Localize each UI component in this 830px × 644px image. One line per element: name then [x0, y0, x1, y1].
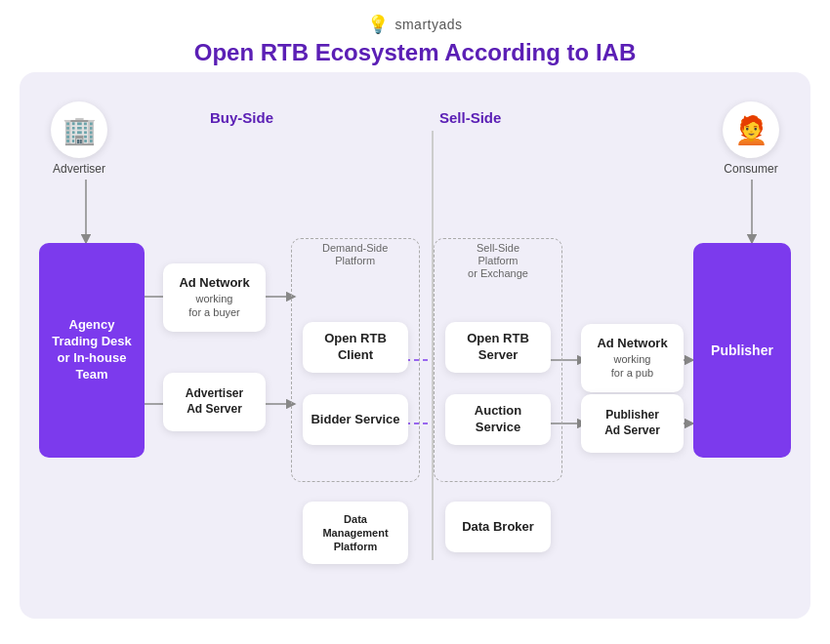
- ssp-inner-label: Sell-SidePlatformor Exchange: [439, 242, 557, 281]
- open-rtb-client-box: Open RTB Client: [303, 322, 408, 373]
- ad-network-buy-box: Ad Network working for a buyer: [163, 263, 266, 332]
- publisher-ad-server-title: Publisher Ad Server: [604, 408, 660, 438]
- publisher-ad-server-box: Publisher Ad Server: [581, 394, 684, 453]
- main-title: Open RTB Ecosystem According to IAB: [194, 39, 637, 66]
- data-broker-title: Data Broker: [462, 519, 534, 536]
- open-rtb-server-box: Open RTB Server: [445, 322, 551, 373]
- ad-network-sell-box: Ad Network working for a pub: [581, 324, 684, 392]
- ad-network-sell-title: Ad Network: [597, 336, 667, 352]
- buy-side-label: Buy-Side: [210, 109, 273, 126]
- advertiser-ad-server-title: Advertiser Ad Server: [186, 386, 243, 417]
- open-rtb-server-title: Open RTB Server: [451, 331, 545, 364]
- data-broker-box: Data Broker: [445, 502, 551, 552]
- logo-text: smartyads: [394, 17, 462, 32]
- open-rtb-client-title: Open RTB Client: [309, 331, 402, 364]
- advertiser-label: Advertiser: [53, 162, 105, 176]
- auction-service-box: Auction Service: [445, 394, 551, 445]
- diagram: Buy-Side Sell-Side 🏢 Advertiser 🧑‍🦰 Cons…: [20, 72, 810, 619]
- advertiser-icon: 🏢: [51, 101, 107, 158]
- dsp-label: Demand-SidePlatform: [322, 242, 388, 267]
- header: 💡 smartyads Open RTB Ecosystem According…: [194, 14, 637, 66]
- data-mgmt-box: Data Management Platform: [303, 502, 408, 564]
- bidder-service-title: Bidder Service: [311, 412, 399, 428]
- advertiser-avatar: 🏢 Advertiser: [51, 101, 107, 176]
- consumer-label: Consumer: [724, 162, 777, 176]
- auction-service-title: Auction Service: [451, 403, 545, 436]
- page: 💡 smartyads Open RTB Ecosystem According…: [0, 0, 830, 644]
- logo-icon: 💡: [367, 14, 389, 35]
- advertiser-ad-server-box: Advertiser Ad Server: [163, 373, 266, 431]
- bidder-service-box: Bidder Service: [303, 394, 408, 445]
- ad-network-buy-title: Ad Network: [179, 275, 249, 292]
- sell-side-label: Sell-Side: [439, 109, 501, 126]
- logo-row: 💡 smartyads: [367, 14, 462, 35]
- consumer-icon: 🧑‍🦰: [723, 101, 779, 158]
- consumer-avatar: 🧑‍🦰 Consumer: [723, 101, 779, 176]
- ad-network-sell-sub: working for a pub: [611, 352, 653, 381]
- agency-box: Agency Trading Desk or In-house Team: [39, 243, 145, 458]
- ad-network-buy-sub: working for a buyer: [188, 292, 240, 320]
- publisher-box: Publisher: [693, 243, 791, 458]
- data-mgmt-title: Data Management Platform: [322, 512, 388, 554]
